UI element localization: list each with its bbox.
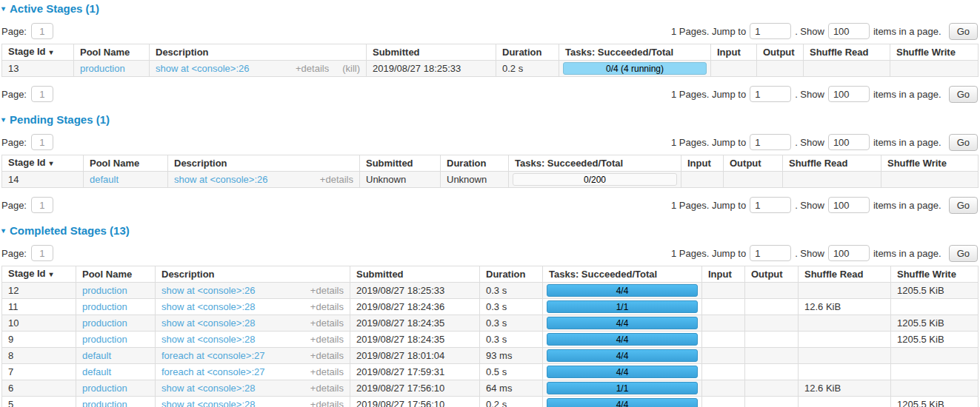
- column-header-duration[interactable]: Duration: [496, 44, 559, 61]
- details-toggle-link[interactable]: +details: [310, 399, 344, 407]
- column-header-description[interactable]: Description: [168, 155, 360, 172]
- pool-name-link[interactable]: production: [82, 383, 127, 394]
- cell-submitted: 2019/08/27 18:24:36: [350, 299, 480, 315]
- description-link[interactable]: foreach at <console>:27: [161, 366, 265, 378]
- column-header-submitted[interactable]: Submitted: [350, 266, 480, 283]
- pool-name-link[interactable]: default: [82, 366, 111, 377]
- cell-shuffle-read: [799, 283, 891, 299]
- page-number-input[interactable]: [31, 134, 53, 150]
- jump-to-input[interactable]: [750, 134, 791, 150]
- column-header-label: Tasks: Succeeded/Total: [515, 158, 623, 169]
- column-header-stage-id[interactable]: Stage Id▾: [2, 155, 84, 172]
- jump-to-input[interactable]: [750, 245, 791, 261]
- column-header-duration[interactable]: Duration: [480, 266, 543, 283]
- column-header-submitted[interactable]: Submitted: [367, 44, 496, 61]
- column-header-output[interactable]: Output: [745, 266, 799, 283]
- column-header-description[interactable]: Description: [156, 266, 350, 283]
- column-header-input[interactable]: Input: [702, 266, 745, 283]
- stage-row-14: 14defaultshow at <console>:26+detailsUnk…: [2, 172, 979, 188]
- description-link[interactable]: show at <console>:28: [161, 301, 255, 313]
- cell-input: [702, 332, 745, 348]
- column-header-submitted[interactable]: Submitted: [360, 155, 441, 172]
- show-text: . Show: [795, 248, 824, 259]
- kill-link[interactable]: (kill): [342, 63, 360, 75]
- column-header-stage-id[interactable]: Stage Id▾: [2, 44, 74, 61]
- show-count-input[interactable]: [828, 86, 870, 102]
- show-count-input[interactable]: [828, 134, 870, 150]
- page-indicator: Page:: [1, 86, 53, 102]
- jump-to-input[interactable]: [750, 86, 791, 102]
- column-header-shuffle-write[interactable]: Shuffle Write: [890, 44, 979, 61]
- column-header-tasks-succeeded-total[interactable]: Tasks: Succeeded/Total: [509, 155, 681, 172]
- section-title-active[interactable]: ▾ Active Stages (1): [1, 3, 978, 14]
- details-toggle-link[interactable]: +details: [310, 301, 344, 313]
- pool-name-link[interactable]: production: [82, 317, 127, 329]
- column-header-tasks-succeeded-total[interactable]: Tasks: Succeeded/Total: [559, 44, 711, 61]
- column-header-description[interactable]: Description: [150, 44, 367, 61]
- column-header-shuffle-write[interactable]: Shuffle Write: [881, 155, 979, 172]
- column-header-shuffle-read[interactable]: Shuffle Read: [804, 44, 890, 61]
- column-header-pool-name[interactable]: Pool Name: [74, 44, 150, 61]
- details-toggle-link[interactable]: +details: [310, 317, 344, 329]
- column-header-pool-name[interactable]: Pool Name: [84, 155, 168, 172]
- pool-name-link[interactable]: production: [80, 63, 125, 74]
- pool-name-link[interactable]: production: [82, 285, 127, 296]
- go-button[interactable]: Go: [949, 197, 978, 214]
- description-link[interactable]: show at <console>:26: [161, 285, 255, 297]
- description-link[interactable]: show at <console>:28: [161, 383, 255, 394]
- column-header-output[interactable]: Output: [757, 44, 804, 61]
- description-link[interactable]: show at <console>:26: [156, 63, 249, 75]
- description-link[interactable]: show at <console>:28: [161, 317, 255, 329]
- show-count-input[interactable]: [828, 245, 870, 261]
- sort-desc-icon: ▾: [50, 48, 53, 56]
- sort-desc-icon: ▾: [50, 270, 53, 278]
- details-toggle-link[interactable]: +details: [310, 334, 344, 346]
- show-count-input[interactable]: [828, 197, 870, 213]
- section-title-completed[interactable]: ▾ Completed Stages (13): [1, 225, 978, 236]
- description-link[interactable]: show at <console>:28: [161, 334, 255, 346]
- go-button[interactable]: Go: [949, 134, 978, 151]
- show-count-input[interactable]: [828, 23, 870, 39]
- cell-duration: 93 ms: [480, 348, 543, 364]
- pool-name-link[interactable]: default: [90, 174, 119, 185]
- page-number-input[interactable]: [31, 245, 53, 261]
- pool-name-link[interactable]: default: [82, 350, 111, 361]
- pool-name-link[interactable]: production: [82, 334, 127, 345]
- column-header-label: Stage Id: [8, 268, 46, 279]
- tasks-progress-bar: 4/4: [547, 398, 698, 407]
- details-toggle-link[interactable]: +details: [310, 350, 344, 362]
- collapse-triangle-icon: ▾: [1, 114, 5, 125]
- go-button[interactable]: Go: [949, 23, 978, 40]
- go-button[interactable]: Go: [949, 245, 978, 262]
- description-link[interactable]: foreach at <console>:27: [161, 350, 265, 362]
- description-content: show at <console>:26+details: [161, 285, 344, 297]
- pages-count-text: 1 Pages. Jump to: [671, 248, 746, 259]
- column-header-stage-id[interactable]: Stage Id▾: [2, 266, 76, 283]
- details-toggle-link[interactable]: +details: [310, 366, 344, 378]
- pool-name-link[interactable]: production: [82, 301, 127, 312]
- page-number-input[interactable]: [31, 197, 53, 213]
- page-number-input[interactable]: [31, 23, 53, 39]
- column-header-shuffle-read[interactable]: Shuffle Read: [799, 266, 891, 283]
- jump-to-input[interactable]: [750, 197, 791, 213]
- column-header-shuffle-write[interactable]: Shuffle Write: [891, 266, 979, 283]
- column-header-output[interactable]: Output: [724, 155, 783, 172]
- description-link[interactable]: show at <console>:28: [161, 399, 255, 407]
- cell-submitted: 2019/08/27 17:56:10: [350, 397, 480, 407]
- page-number-input[interactable]: [31, 86, 53, 102]
- jump-to-input[interactable]: [750, 23, 791, 39]
- go-button[interactable]: Go: [949, 86, 978, 103]
- pool-name-link[interactable]: production: [82, 399, 127, 407]
- description-link[interactable]: show at <console>:26: [174, 174, 267, 186]
- section-title-pending[interactable]: ▾ Pending Stages (1): [1, 114, 978, 125]
- details-toggle-link[interactable]: +details: [296, 63, 329, 75]
- column-header-input[interactable]: Input: [681, 155, 724, 172]
- column-header-pool-name[interactable]: Pool Name: [76, 266, 156, 283]
- details-toggle-link[interactable]: +details: [310, 285, 344, 297]
- column-header-tasks-succeeded-total[interactable]: Tasks: Succeeded/Total: [543, 266, 702, 283]
- details-toggle-link[interactable]: +details: [320, 174, 353, 186]
- column-header-input[interactable]: Input: [711, 44, 757, 61]
- details-toggle-link[interactable]: +details: [310, 383, 344, 394]
- column-header-duration[interactable]: Duration: [441, 155, 509, 172]
- column-header-shuffle-read[interactable]: Shuffle Read: [783, 155, 881, 172]
